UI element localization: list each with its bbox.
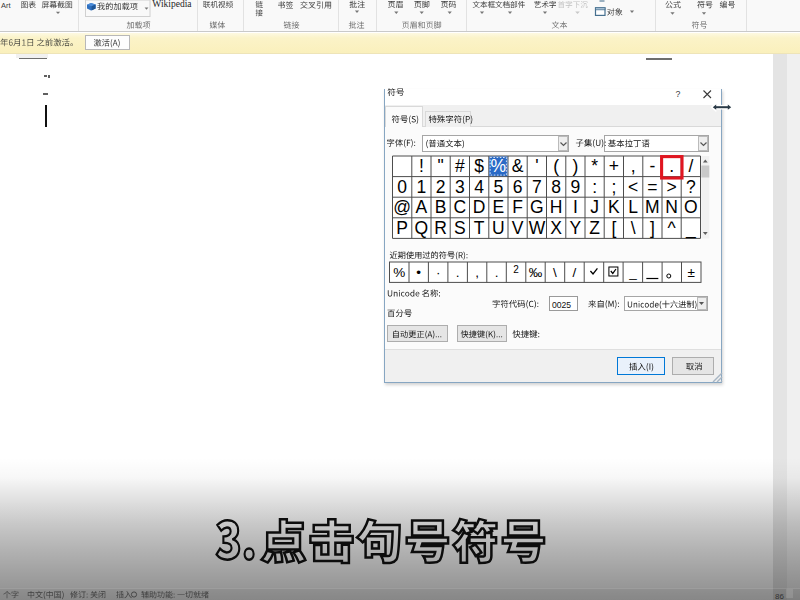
svg-text:86: 86 bbox=[775, 592, 784, 600]
